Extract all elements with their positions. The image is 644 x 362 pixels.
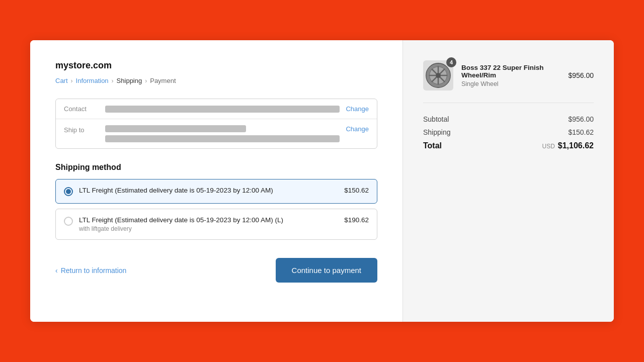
option-2-label: LTL Freight (Estimated delivery date is … [79,216,283,224]
wheel-icon [425,62,451,88]
back-chevron-icon: ‹ [55,266,58,275]
ship-to-row: Ship to Change [56,119,377,148]
breadcrumb-payment: Payment [150,77,176,84]
option-1-row: LTL Freight (Estimated delivery date is … [79,187,369,194]
shipping-value: $150.62 [568,128,594,136]
breadcrumb: Cart › Information › Shipping › Payment [55,77,377,84]
ship-to-label: Ship to [64,125,99,134]
breadcrumb-information[interactable]: Information [76,77,109,84]
radio-1-inner [66,189,71,194]
ship-bar-1 [105,125,246,132]
product-price: $956.00 [568,71,594,79]
option-2-content: LTL Freight (Estimated delivery date is … [79,216,369,232]
subtotal-label: Subtotal [423,115,449,123]
shipping-label: Shipping [423,128,451,136]
ship-to-value [105,125,340,142]
product-variant: Single Wheel [461,80,560,87]
contact-change-link[interactable]: Change [346,105,369,113]
breadcrumb-sep-3: › [145,77,147,84]
return-to-information-link[interactable]: ‹ Return to information [55,266,126,275]
total-label: Total [423,141,442,150]
contact-value [105,106,340,113]
option-2-price: $190.62 [344,216,369,224]
continue-to-payment-button[interactable]: Continue to payment [276,258,377,283]
shipping-row: Shipping $150.62 [423,128,594,136]
radio-2[interactable] [64,217,73,226]
product-row: 4 Boss 337 22 Super Finish Wheel/Rim Sin… [423,60,594,103]
shipping-method-title: Shipping method [55,163,377,172]
breadcrumb-cart[interactable]: Cart [55,77,68,84]
contact-row: Contact Change [56,99,377,119]
shipping-option-2[interactable]: LTL Freight (Estimated delivery date is … [55,209,377,240]
option-1-content: LTL Freight (Estimated delivery date is … [79,187,369,194]
option-1-label: LTL Freight (Estimated delivery date is … [79,187,273,194]
ship-bar-2 [105,135,340,142]
total-value: $1,106.62 [558,141,594,150]
total-right: USD $1,106.62 [542,141,594,150]
right-panel: 4 Boss 337 22 Super Finish Wheel/Rim Sin… [403,40,614,322]
option-1-price: $150.62 [344,187,369,194]
option-2-sublabel: with liftgate delivery [79,225,369,232]
option-2-row: LTL Freight (Estimated delivery date is … [79,216,369,224]
subtotal-value: $956.00 [568,115,594,123]
breadcrumb-sep-2: › [112,77,114,84]
shipping-option-1[interactable]: LTL Freight (Estimated delivery date is … [55,179,377,204]
contact-bar [105,106,340,113]
product-image-wrapper: 4 [423,60,453,90]
checkout-card: mystore.com Cart › Information › Shippin… [30,40,614,322]
total-currency: USD [542,143,554,150]
breadcrumb-shipping: Shipping [117,77,142,84]
back-link-label: Return to information [61,266,127,275]
product-quantity-badge: 4 [446,57,456,67]
left-panel: mystore.com Cart › Information › Shippin… [30,40,403,322]
breadcrumb-sep-1: › [71,77,73,84]
product-info: Boss 337 22 Super Finish Wheel/Rim Singl… [461,64,560,87]
actions-row: ‹ Return to information Continue to paym… [55,258,377,283]
store-name: mystore.com [55,60,377,71]
subtotal-row: Subtotal $956.00 [423,115,594,123]
total-row: Total USD $1,106.62 [423,141,594,150]
radio-1[interactable] [64,187,73,196]
contact-label: Contact [64,105,99,113]
info-box: Contact Change Ship to Change [55,99,377,149]
ship-to-change-link[interactable]: Change [346,125,369,133]
product-name: Boss 337 22 Super Finish Wheel/Rim [461,64,560,79]
